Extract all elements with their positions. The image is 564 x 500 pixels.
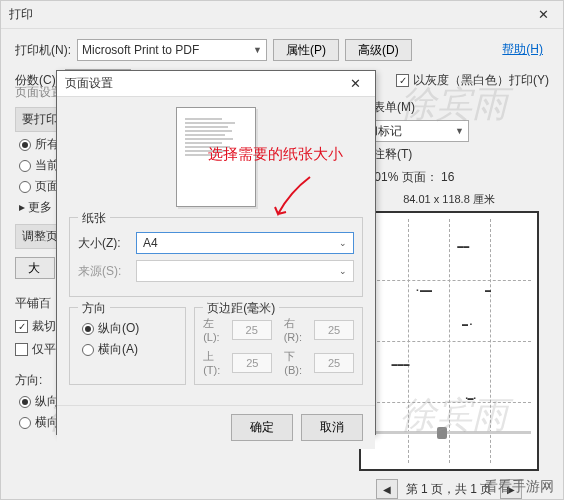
page-setup-title-bar: 页面设置 ✕ [57, 71, 375, 97]
properties-button[interactable]: 属性(P) [273, 39, 339, 61]
ok-button[interactable]: 确定 [231, 414, 293, 441]
orientation-fieldset: 方向 纵向(O) 横向(A) [69, 307, 186, 385]
annotation-arrow-icon [270, 172, 320, 225]
forms-title: 释和表单(M) [349, 99, 549, 116]
print-title-bar: 打印 ✕ [1, 1, 563, 29]
margin-right-input[interactable] [314, 320, 354, 340]
margin-bottom-input[interactable] [314, 353, 354, 373]
orientation-group-title: 方向 [78, 300, 110, 317]
size-button[interactable]: 大 [15, 257, 55, 279]
preview-section: 释和表单(M) 当和标记 ▼ 小结注释(T) 比: 101% 页面： 16 84… [349, 99, 549, 499]
source-label: 来源(S): [78, 263, 128, 280]
printer-select[interactable]: Microsoft Print to PDF ▼ [77, 39, 267, 61]
chevron-down-icon: ⌄ [339, 266, 347, 276]
printer-label: 打印机(N): [15, 42, 71, 59]
paper-fieldset: 纸张 大小(Z): A4 ⌄ 来源(S): ⌄ [69, 217, 363, 297]
margins-group-title: 页边距(毫米) [203, 300, 279, 317]
chevron-down-icon: ▼ [455, 126, 464, 136]
close-icon[interactable]: ✕ [531, 5, 555, 25]
brand-watermark: 看看手游网 [484, 478, 554, 496]
chevron-down-icon: ⌄ [339, 238, 347, 248]
margins-fieldset: 页边距(毫米) 左(L): 右(R): 上(T): 下(B): [194, 307, 363, 385]
paper-size-select[interactable]: A4 ⌄ [136, 232, 354, 254]
printer-value: Microsoft Print to PDF [82, 43, 199, 57]
chevron-down-icon: ▼ [253, 45, 262, 55]
cancel-button[interactable]: 取消 [301, 414, 363, 441]
landscape-radio[interactable] [19, 417, 31, 429]
paper-size-value: A4 [143, 236, 158, 250]
grayscale-checkbox[interactable]: ✓ [396, 74, 409, 87]
onlytile-checkbox[interactable] [15, 343, 28, 356]
margin-left-input[interactable] [232, 320, 272, 340]
preview-slider[interactable] [351, 427, 531, 439]
all-pages-radio[interactable] [19, 139, 31, 151]
cutmarks-checkbox[interactable]: ✓ [15, 320, 28, 333]
grayscale-label: 以灰度（黑白色）打印(Y) [413, 72, 549, 89]
annotation-text: 选择需要的纸张大小 [208, 145, 343, 164]
margin-top-input[interactable] [232, 353, 272, 373]
help-link[interactable]: 帮助(H) [502, 41, 543, 58]
ps-landscape-radio[interactable] [82, 344, 94, 356]
page-setup-title: 页面设置 [65, 75, 113, 92]
print-title: 打印 [9, 6, 33, 23]
close-icon[interactable]: ✕ [343, 74, 367, 94]
page-setup-dialog: 页面设置 ✕ 纸张 大小(Z): A4 ⌄ 来 [56, 70, 376, 435]
size-label: 大小(Z): [78, 235, 128, 252]
paper-group-title: 纸张 [78, 210, 110, 227]
scale-info: 比: 101% 页面： 16 [349, 169, 549, 186]
current-page-radio[interactable] [19, 160, 31, 172]
advanced-button[interactable]: 高级(D) [345, 39, 412, 61]
paper-source-select: ⌄ [136, 260, 354, 282]
summarize-label[interactable]: 小结注释(T) [349, 146, 549, 163]
page-info: 第 1 页，共 1 页 [406, 481, 493, 498]
pages-radio[interactable] [19, 181, 31, 193]
ps-portrait-radio[interactable] [82, 323, 94, 335]
portrait-radio[interactable] [19, 396, 31, 408]
paper-size-label: 84.01 x 118.8 厘米 [349, 192, 549, 207]
prev-page-button[interactable]: ◀ [376, 479, 398, 499]
